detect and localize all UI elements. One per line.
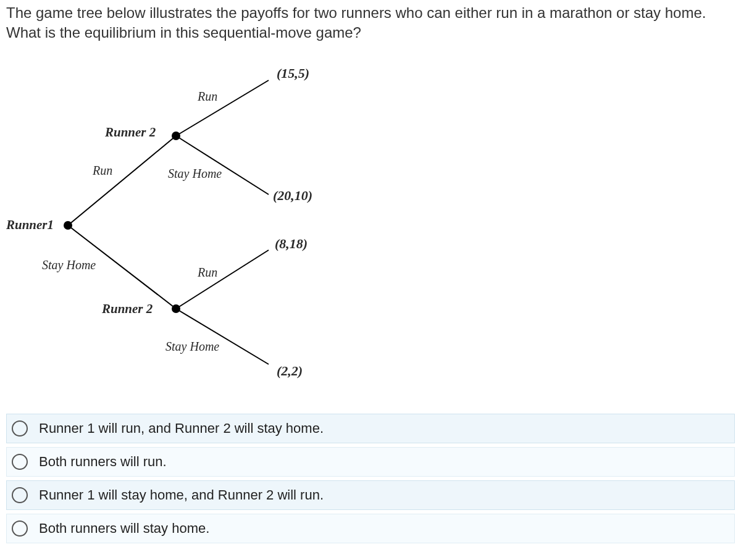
- svg-line-3: [176, 136, 269, 194]
- p2-lower-stay: Stay Home: [165, 340, 219, 354]
- option-3[interactable]: Runner 1 will stay home, and Runner 2 wi…: [6, 480, 735, 510]
- root-label: Runner1: [6, 217, 54, 233]
- payoff-run-stay: (20,10): [273, 188, 312, 204]
- option-2[interactable]: Both runners will run.: [6, 447, 735, 477]
- option-label: Runner 1 will run, and Runner 2 will sta…: [39, 420, 324, 437]
- game-tree-diagram: Runner1 Run Stay Home Runner 2 Runner 2 …: [6, 56, 364, 389]
- payoff-run-run: (15,5): [277, 65, 309, 81]
- svg-line-0: [68, 136, 176, 225]
- option-label: Both runners will stay home.: [39, 520, 209, 537]
- svg-line-5: [176, 309, 269, 364]
- p1-action-stay: Stay Home: [42, 258, 96, 272]
- svg-point-6: [64, 221, 72, 230]
- svg-point-7: [172, 132, 180, 140]
- p2-upper-stay: Stay Home: [168, 167, 222, 181]
- p1-action-run: Run: [93, 164, 112, 178]
- option-label: Runner 1 will stay home, and Runner 2 wi…: [39, 487, 324, 503]
- radio-icon: [12, 454, 28, 470]
- svg-point-8: [172, 304, 180, 313]
- radio-icon: [12, 487, 28, 503]
- payoff-stay-stay: (2,2): [277, 363, 303, 379]
- svg-line-4: [176, 250, 269, 309]
- radio-icon: [12, 520, 28, 537]
- payoff-stay-run: (8,18): [275, 236, 308, 252]
- p2-label-upper: Runner 2: [105, 125, 156, 140]
- svg-line-2: [176, 80, 269, 136]
- option-1[interactable]: Runner 1 will run, and Runner 2 will sta…: [6, 414, 735, 443]
- p2-lower-run: Run: [198, 265, 217, 280]
- p2-upper-run: Run: [198, 90, 217, 104]
- radio-icon: [12, 420, 28, 437]
- answer-options: Runner 1 will run, and Runner 2 will sta…: [6, 414, 735, 543]
- p2-label-lower: Runner 2: [102, 301, 153, 317]
- option-4[interactable]: Both runners will stay home.: [6, 514, 735, 543]
- question-text: The game tree below illustrates the payo…: [6, 3, 735, 43]
- option-label: Both runners will run.: [39, 454, 167, 470]
